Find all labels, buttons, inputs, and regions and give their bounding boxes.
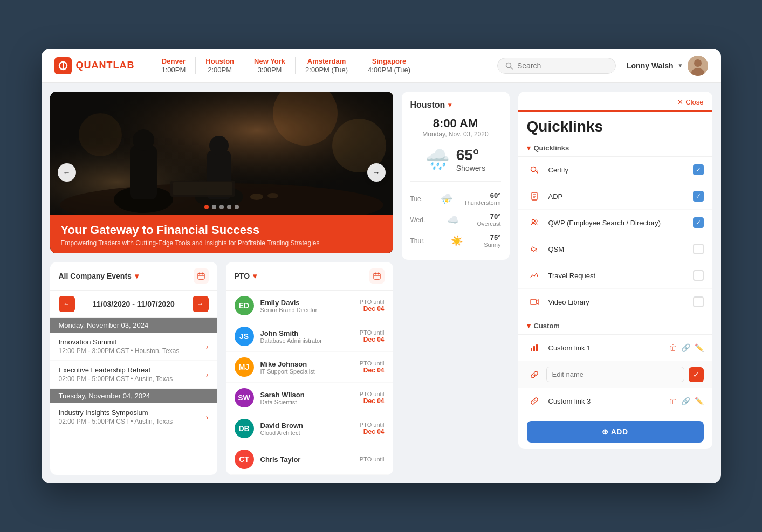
event-name-1: Innovation Summit [59,338,206,346]
svg-point-39 [532,220,534,223]
user-info[interactable]: Lonny Walsh ▼ [627,56,708,76]
quicklinks-checkbox-certify[interactable]: ✓ [693,164,704,175]
city-singapore: Singapore 4:00PM (Tue) [358,57,420,74]
custom-edit-input[interactable] [546,367,684,382]
hero-next-button[interactable]: → [367,163,386,182]
forecast-item-thu: Thur. ☀️ 75° Sunny [410,230,501,251]
trash-icon[interactable]: 🗑 [669,343,677,352]
pto-until-label-6: PTO until [360,456,385,462]
logo-text: QUANTLAB [76,60,135,71]
pto-item-6: CT Chris Taylor PTO until [226,444,393,475]
link-icon[interactable]: 🔗 [681,343,690,352]
pto-role-4: Data Scientist [260,399,353,405]
event-item-3[interactable]: Industry Insights Symposium 02:00 PM - 5… [50,403,217,431]
svg-point-40 [535,220,537,222]
weather-city-selector[interactable]: Houston ▾ [410,100,501,110]
quicklinks-item-qwp: QWP (Employee Search / Directory) ✓ [518,210,712,236]
hero-dot-1[interactable] [204,205,209,209]
svg-line-3 [511,67,513,69]
edit-icon[interactable]: ✏️ [695,343,704,352]
pto-name-6: Chris Taylor [260,455,353,464]
event-item-2[interactable]: Executive Leadership Retreat 02:00 PM - … [50,361,217,389]
quicklinks-close-button[interactable]: ✕ Close [677,98,703,106]
pto-item-3: MJ Mike Johnson IT Support Specialist PT… [226,352,393,383]
forecast-day-1: Tue. [410,195,430,203]
svg-rect-24 [198,273,204,279]
left-column: ← → Your Gateway to Financial Success Em… [50,92,393,475]
pto-role-2: Database Administrator [260,337,353,344]
forecast-temp-2: 70° [477,212,500,220]
quicklinks-checkbox-qsm[interactable] [693,244,704,254]
forecast-item-tue: Tue. ⛈️ 60° Thunderstorm [410,188,501,209]
hero-prev-button[interactable]: ← [58,163,76,182]
link-icon-edit [527,367,542,382]
weather-date: Monday, Nov. 03, 2020 [410,130,501,138]
date-next-button[interactable]: → [193,296,209,312]
hero-dot-5[interactable] [235,205,239,209]
forecast-day-3: Thur. [410,237,430,245]
quicklinks-item-qsm: QSM [518,236,712,262]
event-time-1: 12:00 PM - 3:00PM CST • Houston, Texas [59,347,206,355]
avatar [688,56,708,76]
search-box[interactable] [497,58,616,74]
pto-until-date-5: Dec 04 [360,428,385,436]
pto-avatar-4: SW [235,388,254,407]
pto-name-4: Sarah Wilson [260,391,353,399]
search-input[interactable] [517,61,608,70]
hero-subtitle: Empowering Traders with Cutting-Edge Too… [61,239,382,247]
forecast-desc-1: Thunderstorm [464,199,500,206]
day-header-monday: Monday, November 03, 2024 [50,318,217,333]
pto-until-date-3: Dec 04 [360,367,385,374]
svg-rect-41 [531,299,536,305]
pto-until-date-1: Dec 04 [360,305,385,313]
bottom-row: All Company Events ▾ [50,262,393,475]
events-panel: All Company Events ▾ [50,262,217,475]
date-prev-button[interactable]: ← [59,296,75,312]
svg-point-16 [209,136,229,155]
quicklinks-section-header[interactable]: ▾ Quicklinks [518,140,712,157]
pto-name-2: John Smith [260,329,353,337]
svg-point-18 [267,193,278,198]
event-arrow-icon-2: › [206,370,209,379]
pto-item-2: JS John Smith Database Administrator PTO… [226,321,393,352]
custom-section-header[interactable]: ▾ Custom [518,317,712,335]
forecast-icon-1: ⛈️ [441,193,452,205]
chevron-down-icon[interactable]: ▾ [135,272,139,280]
forecast-day-2: Wed. [410,216,430,224]
hero-dot-4[interactable] [227,205,231,209]
pto-title: PTO ▾ [235,272,257,280]
custom-confirm-button[interactable]: ✓ [689,367,704,382]
trash-icon-3[interactable]: 🗑 [669,397,677,405]
quicklinks-item-adp: ADP ✓ [518,183,712,210]
hero-title: Your Gateway to Financial Success [61,223,382,237]
quicklinks-checkbox-video[interactable] [693,296,704,307]
hero-image [50,92,393,221]
hero-dot-3[interactable] [219,205,224,209]
quicklinks-checkbox-travel[interactable] [693,270,704,281]
link-icon-action-3[interactable]: 🔗 [681,397,690,405]
quicklinks-checkbox-qwp[interactable]: ✓ [693,217,704,228]
quicklinks-label-adp: ADP [548,192,687,201]
pto-until-label-4: PTO until [360,391,385,397]
quicklinks-add-button[interactable]: ⊕ ADD [527,421,704,443]
pto-avatar-6: CT [235,450,254,469]
pto-avatar-5: DB [235,419,254,438]
main-content: ← → Your Gateway to Financial Success Em… [42,83,721,483]
weather-divider [410,181,501,182]
hero-overlay: Your Gateway to Financial Success Empowe… [50,215,393,253]
day-header-tuesday: Tuesday, November 04, 2024 [50,389,217,403]
forecast-desc-2: Overcast [477,220,500,227]
event-item-1[interactable]: Innovation Summit 12:00 PM - 3:00PM CST … [50,333,217,361]
chevron-down-icon[interactable]: ▾ [253,272,257,280]
travel-icon [527,268,542,283]
hero-dot-2[interactable] [212,205,216,209]
pto-item-5: DB David Brown Cloud Architect PTO until… [226,413,393,444]
logo: QUANTLAB [54,57,135,74]
quicklinks-label-qsm: QSM [548,245,687,253]
custom-actions-3: 🗑 🔗 ✏️ [669,397,704,405]
svg-point-17 [250,194,263,200]
quicklinks-item-video: Video Library [518,289,712,315]
edit-icon-3[interactable]: ✏️ [695,397,704,405]
quicklinks-checkbox-adp[interactable]: ✓ [693,191,704,202]
forecast-temp-1: 60° [464,191,500,199]
